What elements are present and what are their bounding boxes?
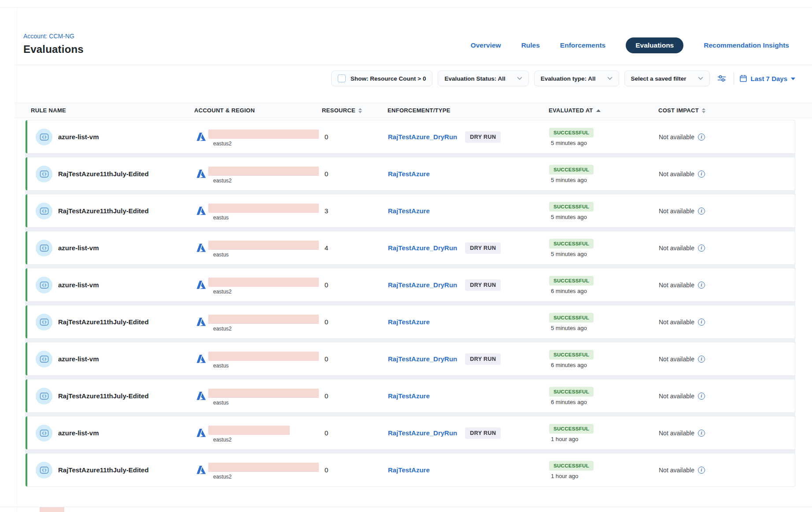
- nav-tab-rules[interactable]: Rules: [521, 41, 540, 49]
- enforcement-link[interactable]: RajTestAzure: [388, 392, 430, 400]
- enforcement-link[interactable]: RajTestAzure_DryRun: [388, 133, 457, 141]
- date-range-picker[interactable]: Last 7 Days: [739, 74, 795, 82]
- evaluated-time: 6 minutes ago: [549, 399, 587, 405]
- table-row[interactable]: azure-list-vm eastus2 0 RajTestAzure_Dry…: [25, 120, 795, 154]
- info-icon[interactable]: i: [698, 393, 705, 400]
- table-row[interactable]: RajTestAzure11thJuly-Edited eastus2 0 Ra…: [25, 157, 795, 191]
- sort-icon[interactable]: [358, 108, 362, 113]
- col-header-resource[interactable]: RESOURCE: [322, 107, 388, 114]
- cost-impact-value: Not available: [659, 245, 694, 252]
- filter-bar: Show: Resource Count > 0 Evaluation Stat…: [331, 70, 795, 86]
- window-top-edge: [0, 7, 812, 7]
- enforcement-cell: RajTestAzure: [388, 170, 549, 178]
- top-nav: Overview Rules Enforcements Evaluations …: [471, 37, 789, 54]
- rule-name: RajTestAzure11thJuly-Edited: [58, 392, 149, 400]
- table-header: RULE NAME ACCOUNT & REGION RESOURCE ENFO…: [15, 103, 812, 118]
- cost-impact-value: Not available: [659, 134, 694, 141]
- col-header-evaluated-at[interactable]: EVALUATED AT: [549, 107, 658, 114]
- info-icon[interactable]: i: [698, 319, 705, 326]
- table-row[interactable]: azure-list-vm eastus 4 RajTestAzure_DryR…: [25, 231, 795, 265]
- azure-icon: [195, 279, 207, 291]
- enforcement-link[interactable]: RajTestAzure: [388, 318, 430, 326]
- enforcement-link[interactable]: RajTestAzure_DryRun: [388, 355, 457, 363]
- info-icon[interactable]: i: [698, 467, 705, 474]
- rule-name: azure-list-vm: [58, 355, 99, 363]
- evaluated-at-cell: SUCCESSFUL 5 minutes ago: [549, 165, 659, 183]
- saved-filter-dropdown[interactable]: Select a saved filter: [624, 70, 710, 86]
- azure-icon: [195, 316, 207, 328]
- info-icon[interactable]: i: [698, 171, 705, 178]
- evaluation-status-dropdown[interactable]: Evaluation Status: All: [438, 70, 528, 86]
- filter-settings-button[interactable]: [715, 72, 728, 85]
- status-badge: SUCCESSFUL: [549, 350, 594, 360]
- enforcement-link[interactable]: RajTestAzure_DryRun: [388, 281, 457, 289]
- cost-impact-cell: Not available i: [659, 393, 795, 400]
- row-status-accent-bar: [26, 268, 27, 301]
- info-icon[interactable]: i: [698, 430, 705, 437]
- enforcement-link[interactable]: RajTestAzure_DryRun: [388, 244, 457, 252]
- azure-icon: [195, 464, 207, 476]
- status-badge: SUCCESSFUL: [549, 128, 594, 137]
- account-region-cell: eastus: [195, 231, 322, 264]
- nav-tab-evaluations-active[interactable]: Evaluations: [626, 37, 683, 53]
- cost-impact-value: Not available: [659, 467, 694, 474]
- rule-icon: [36, 388, 52, 404]
- cost-impact-cell: Not available i: [659, 467, 795, 474]
- rule-icon: [36, 314, 52, 330]
- region-label: eastus: [213, 400, 229, 406]
- dry-run-badge: DRY RUN: [465, 427, 501, 439]
- rule-name: azure-list-vm: [58, 429, 99, 437]
- enforcement-link[interactable]: RajTestAzure: [388, 207, 430, 215]
- rule-icon: [36, 462, 52, 479]
- enforcement-link[interactable]: RajTestAzure: [388, 170, 430, 178]
- azure-icon: [195, 168, 207, 180]
- cost-impact-cell: Not available i: [659, 319, 795, 326]
- evaluation-type-dropdown[interactable]: Evaluation type: All: [534, 70, 619, 86]
- header-divider: [15, 65, 812, 65]
- enforcement-link[interactable]: RajTestAzure: [388, 466, 430, 474]
- row-status-accent-bar: [26, 453, 27, 486]
- info-icon[interactable]: i: [698, 245, 705, 252]
- sort-ascending-icon[interactable]: [596, 109, 601, 112]
- table-row[interactable]: RajTestAzure11thJuly-Edited eastus2 0 Ra…: [25, 305, 795, 339]
- table-row[interactable]: azure-list-vm eastus2 0 RajTestAzure_Dry…: [25, 268, 795, 302]
- row-status-accent-bar: [26, 194, 27, 227]
- sort-icon[interactable]: [702, 108, 705, 113]
- saved-filter-placeholder: Select a saved filter: [631, 75, 687, 82]
- rule-icon: [36, 277, 52, 293]
- rule-name: RajTestAzure11thJuly-Edited: [58, 170, 149, 178]
- info-icon[interactable]: i: [698, 282, 705, 289]
- evaluated-time: 5 minutes ago: [549, 214, 587, 220]
- enforcement-link[interactable]: RajTestAzure_DryRun: [388, 429, 457, 437]
- info-icon[interactable]: i: [698, 208, 705, 215]
- info-icon[interactable]: i: [698, 134, 705, 141]
- table-row[interactable]: azure-list-vm eastus 0 RajTestAzure_DryR…: [25, 342, 795, 376]
- resource-count-filter[interactable]: Show: Resource Count > 0: [331, 70, 432, 86]
- table-row[interactable]: RajTestAzure11thJuly-Edited eastus 0 Raj…: [25, 379, 795, 413]
- row-status-accent-bar: [26, 416, 27, 449]
- rule-icon: [36, 203, 52, 219]
- info-icon[interactable]: i: [698, 356, 705, 363]
- table-row[interactable]: RajTestAzure11thJuly-Edited eastus2 0 Ra…: [25, 453, 795, 487]
- rule-name: azure-list-vm: [58, 244, 99, 252]
- enforcement-cell: RajTestAzure: [388, 318, 549, 326]
- enforcement-cell: RajTestAzure: [388, 466, 549, 474]
- table-row[interactable]: azure-list-vm eastus2 0 RajTestAzure_Dry…: [25, 416, 795, 450]
- nav-tab-overview[interactable]: Overview: [471, 41, 501, 49]
- cost-impact-cell: Not available i: [659, 430, 795, 437]
- nav-tab-enforcements[interactable]: Enforcements: [560, 41, 605, 49]
- col-header-enforcement-type: ENFORCEMENT/TYPE: [388, 107, 549, 114]
- account-breadcrumb[interactable]: Account: CCM-NG: [23, 33, 74, 40]
- rule-name: azure-list-vm: [58, 281, 99, 289]
- rule-cell: azure-list-vm: [31, 425, 195, 442]
- rule-cell: RajTestAzure11thJuly-Edited: [31, 203, 195, 219]
- table-row[interactable]: RajTestAzure11thJuly-Edited eastus 3 Raj…: [25, 194, 795, 228]
- cost-impact-value: Not available: [659, 171, 694, 178]
- row-status-accent-bar: [26, 305, 27, 338]
- rule-cell: azure-list-vm: [31, 129, 195, 145]
- resource-count-checkbox[interactable]: [338, 74, 346, 82]
- nav-tab-recommendation-insights[interactable]: Recommendation Insights: [704, 41, 789, 49]
- region-label: eastus2: [213, 326, 232, 332]
- col-header-cost-impact[interactable]: COST IMPACT: [658, 107, 812, 114]
- account-name-redacted: [208, 204, 319, 213]
